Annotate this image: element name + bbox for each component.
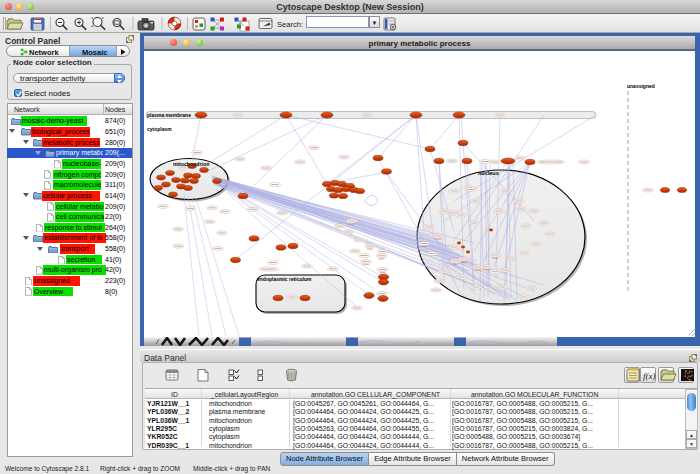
svg-text:f(x): f(x) — [643, 371, 656, 381]
svg-text:mitochondrion: mitochondrion — [173, 161, 209, 167]
svg-text:nucleus: nucleus — [478, 170, 499, 176]
svg-text:plasma membrane: plasma membrane — [147, 112, 191, 118]
svg-text:unassigned: unassigned — [627, 83, 655, 89]
svg-text:cytoplasm: cytoplasm — [147, 126, 172, 132]
svg-text:endoplasmic reticulum: endoplasmic reticulum — [257, 276, 312, 282]
